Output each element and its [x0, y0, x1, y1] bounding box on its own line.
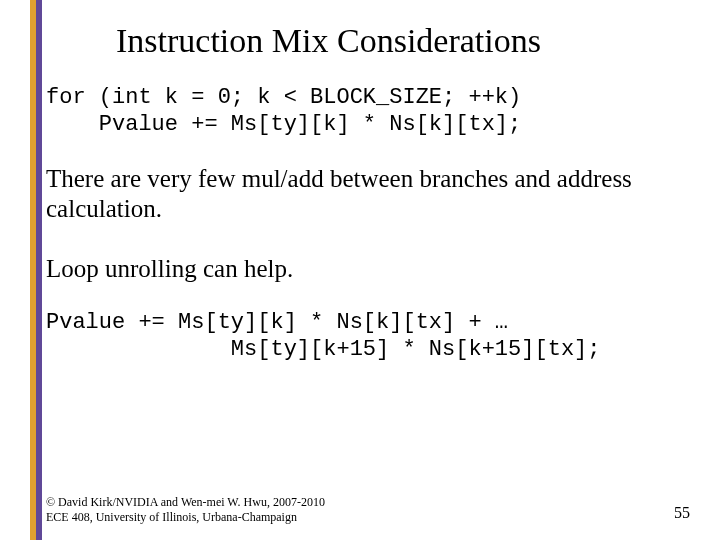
- footer-line: © David Kirk/NVIDIA and Wen-mei W. Hwu, …: [46, 495, 325, 509]
- code-line: Ms[ty][k+15] * Ns[k+15][tx];: [46, 337, 601, 362]
- code-block-unrolled: Pvalue += Ms[ty][k] * Ns[k][tx] + … Ms[t…: [46, 310, 692, 363]
- code-line: Pvalue += Ms[ty][k] * Ns[k][tx];: [46, 112, 521, 137]
- body-paragraph-2: Loop unrolling can help.: [46, 254, 682, 284]
- code-line: for (int k = 0; k < BLOCK_SIZE; ++k): [46, 85, 521, 110]
- slide-content: Instruction Mix Considerations for (int …: [56, 0, 692, 540]
- page-number: 55: [674, 504, 690, 522]
- accent-bars: [30, 0, 42, 540]
- accent-bar-purple: [36, 0, 42, 540]
- footer-credits: © David Kirk/NVIDIA and Wen-mei W. Hwu, …: [46, 495, 325, 524]
- slide: Instruction Mix Considerations for (int …: [0, 0, 720, 540]
- slide-title: Instruction Mix Considerations: [116, 22, 692, 59]
- body-paragraph-1: There are very few mul/add between branc…: [46, 164, 682, 224]
- footer-line: ECE 408, University of Illinois, Urbana-…: [46, 510, 325, 524]
- code-block-loop: for (int k = 0; k < BLOCK_SIZE; ++k) Pva…: [46, 85, 692, 138]
- code-line: Pvalue += Ms[ty][k] * Ns[k][tx] + …: [46, 310, 508, 335]
